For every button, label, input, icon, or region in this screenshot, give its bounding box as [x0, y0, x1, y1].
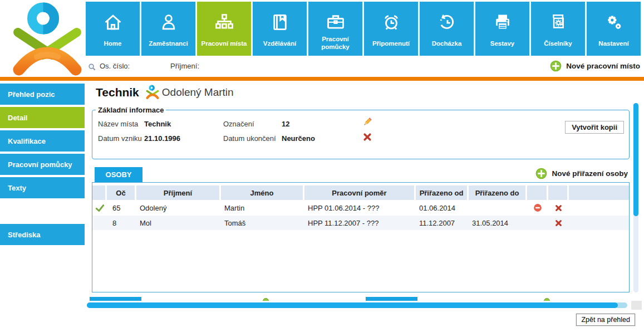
sidebar-label: Pracovní pomůcky	[8, 160, 72, 169]
back-to-overview-button[interactable]: Zpět na přehled	[576, 314, 635, 326]
sidebar-label: Detail	[8, 114, 27, 122]
nav-pripomenuti[interactable]: Připomenutí	[364, 2, 418, 56]
alarm-icon	[381, 2, 402, 37]
oznaceni-value: 12	[282, 120, 289, 128]
nav-ciselniky[interactable]: Číselníky	[531, 2, 585, 56]
nav-dochazka[interactable]: Docházka	[420, 2, 474, 56]
tab-osoby[interactable]: OSOBY	[95, 167, 142, 182]
nav-label: Zaměstnanci	[148, 37, 189, 56]
sidebar-label: Kvalifikace	[8, 137, 46, 145]
cell-od: 11.12.2007	[416, 216, 469, 230]
sidebar-item-detail[interactable]: Detail	[0, 107, 85, 128]
new-assignment-button[interactable]: Nové přiřazení osoby	[535, 168, 628, 179]
sidebar-label: Střediska	[8, 231, 41, 239]
basic-info-legend: Základní informace	[96, 106, 166, 114]
nav-label: Připomenutí	[371, 37, 411, 56]
cell-prijmeni: Mol	[136, 216, 221, 230]
org-chart-icon	[214, 2, 235, 37]
cell-do: 31.05.2014	[469, 216, 527, 230]
cut-plus-icon-2	[544, 298, 550, 301]
nav-vzdelavani[interactable]: Vzdělávání	[253, 2, 307, 56]
prijmeni-label: Příjmení:	[170, 62, 199, 70]
cell-prijmeni: Odolený	[136, 201, 221, 215]
person-logo-icon	[146, 85, 159, 102]
cell-od: 01.06.2014	[416, 201, 469, 215]
book-icon	[269, 2, 291, 37]
nazev-mista-label: Název místa	[98, 120, 138, 128]
application-window: Home Zaměstnanci Pracovní místa	[0, 0, 644, 332]
col-prijmeni[interactable]: Příjmení	[136, 185, 221, 200]
cell-jmeno: Martin	[221, 201, 304, 215]
cell-select	[92, 216, 107, 230]
nazev-mista-value: Technik	[144, 120, 171, 128]
cell-jmeno: Tomáš	[221, 216, 304, 230]
col-pracovni-pomer[interactable]: Pracovní poměr	[304, 185, 416, 200]
persons-table: Oč Příjmení Jméno Pracovní poměr Přiřaze…	[92, 182, 630, 292]
nav-zamestnanci[interactable]: Zaměstnanci	[141, 2, 195, 56]
new-position-label: Nové pracovní místo	[566, 62, 640, 70]
home-icon	[102, 2, 124, 37]
nav-label: Home	[103, 37, 123, 56]
cut-plus-icon-1	[263, 298, 269, 301]
col-prirazeno-od[interactable]: Přiřazeno od	[416, 185, 469, 200]
filter-bar: Os. číslo: Příjmení: Nové pracovní místo	[0, 56, 644, 77]
sidebar-label: Přehled pozic	[8, 90, 55, 99]
cut-tab-2[interactable]	[366, 297, 417, 301]
cell-oc: 65	[107, 201, 136, 215]
col-action2	[548, 185, 569, 200]
nav-home[interactable]: Home	[86, 2, 140, 56]
cut-tab-1[interactable]	[90, 297, 141, 301]
vertical-scrollbar[interactable]	[633, 103, 638, 292]
cell-pomer: HPP 01.06.2014 - ???	[304, 201, 416, 215]
nav-nastaveni[interactable]: Nastavení	[587, 2, 641, 56]
basic-info-panel: Základní informace Název místa Technik O…	[92, 106, 630, 159]
create-copy-button[interactable]: Vytvořit kopii	[565, 121, 624, 134]
os-cislo-label: Os. číslo:	[100, 62, 130, 70]
page-title: Technik	[96, 86, 139, 99]
nav-pracovni-pomucky[interactable]: Pracovní pomůcky	[308, 2, 362, 56]
nav-label: Docházka	[431, 37, 463, 56]
gears-icon	[603, 2, 625, 37]
col-select[interactable]	[92, 185, 107, 200]
col-filler	[569, 185, 629, 200]
delete-x-icon[interactable]	[548, 216, 569, 230]
table-row[interactable]: 65 Odolený Martin HPP 01.06.2014 - ??? 0…	[92, 201, 629, 215]
sidebar-item-prehled-pozic[interactable]: Přehled pozic	[0, 84, 85, 105]
table-row[interactable]: 8 Mol Tomáš HPP 11.12.2007 - ??? 11.12.2…	[92, 216, 629, 230]
remove-circle-icon[interactable]	[527, 201, 548, 215]
person-name: Odolený Martin	[162, 86, 234, 99]
sidebar-item-pracovni-pomucky[interactable]: Pracovní pomůcky	[0, 154, 85, 175]
nav-label: Nastavení	[597, 37, 630, 56]
selected-check-icon	[92, 201, 107, 215]
cell-filler	[569, 201, 629, 215]
col-prirazeno-do[interactable]: Přiřazeno do	[469, 185, 527, 200]
nav-label: Vzdělávání	[262, 37, 297, 56]
cell-oc: 8	[107, 216, 136, 230]
nav-pracovni-mista[interactable]: Pracovní místa	[197, 2, 251, 56]
datum-vzniku-label: Datum vzniku	[98, 134, 142, 143]
oznaceni-label: Označení	[223, 120, 254, 128]
sidebar-item-texty[interactable]: Texty	[0, 177, 85, 198]
delete-x-icon[interactable]	[363, 133, 372, 144]
datum-vzniku-value: 21.10.1996	[144, 134, 180, 143]
datum-ukonceni-value: Neurčeno	[282, 134, 315, 143]
vertical-scrollbar-thumb[interactable]	[633, 103, 638, 216]
windows-gear-icon	[548, 2, 569, 37]
plus-icon	[535, 168, 547, 179]
new-assignment-label: Nové přiřazení osoby	[552, 169, 628, 178]
cell-pomer: HPP 11.12.2007 - ???	[304, 216, 416, 230]
col-oc[interactable]: Oč	[107, 185, 136, 200]
sidebar-item-strediska[interactable]: Střediska	[0, 224, 85, 245]
sidebar-label: Texty	[8, 184, 26, 192]
col-jmeno[interactable]: Jméno	[221, 185, 304, 200]
horizontal-scrollbar-thumb[interactable]	[87, 302, 618, 308]
plus-icon	[550, 60, 562, 72]
nav-label: Číselníky	[543, 37, 573, 56]
new-position-button[interactable]: Nové pracovní místo	[550, 60, 640, 72]
nav-sestavy[interactable]: Sestavy	[475, 2, 529, 56]
person-icon	[158, 2, 179, 37]
printer-icon	[492, 2, 513, 37]
sidebar-item-kvalifikace[interactable]: Kvalifikace	[0, 130, 85, 152]
edit-pencil-icon[interactable]	[362, 116, 373, 130]
delete-x-icon[interactable]	[548, 201, 569, 215]
